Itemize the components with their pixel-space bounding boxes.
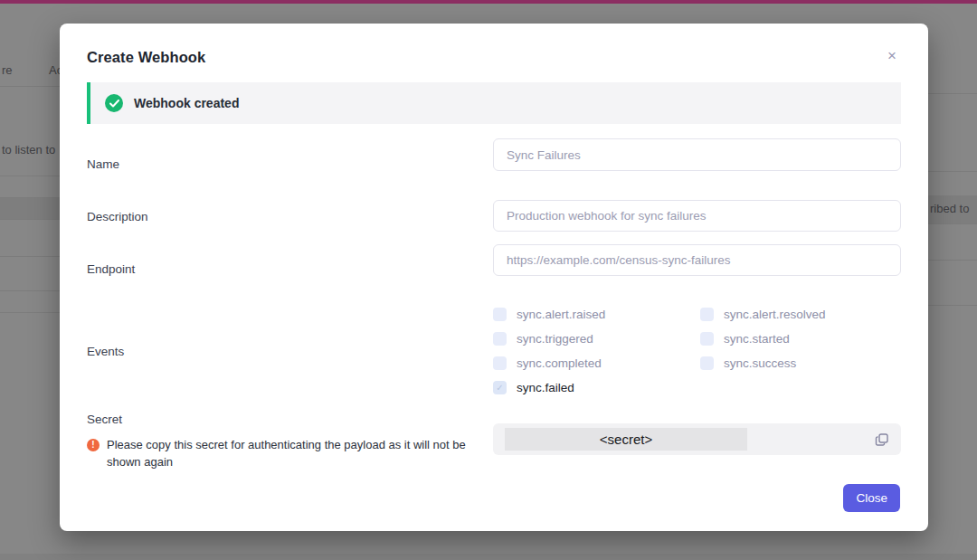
event-option-label: sync.alert.resolved	[724, 308, 826, 321]
endpoint-label: Endpoint	[87, 262, 135, 276]
events-label: Events	[87, 345, 124, 358]
description-label: Description	[87, 210, 148, 223]
secret-warning-text: Please copy this secret for authenticati…	[107, 436, 478, 470]
event-option-label: sync.completed	[517, 356, 602, 370]
endpoint-input[interactable]	[493, 244, 901, 276]
checkbox-icon[interactable]: ✓	[700, 356, 714, 370]
background-divider	[928, 93, 977, 94]
background-divider	[928, 305, 977, 306]
background-divider	[0, 176, 60, 176]
background-hint-partial: to listen to	[2, 143, 55, 157]
modal-title: Create Webhook	[87, 49, 205, 66]
success-check-icon	[105, 94, 123, 112]
copy-icon[interactable]	[870, 428, 894, 451]
event-option[interactable]: ✓ sync.success	[700, 356, 901, 370]
screen: re Ac to listen to ribed to Create Webho…	[0, 0, 977, 560]
event-option[interactable]: ✓ sync.completed	[493, 356, 700, 370]
event-option[interactable]: ✓ sync.alert.raised	[493, 308, 700, 321]
background-divider	[0, 197, 60, 198]
background-hint-partial: ribed to	[930, 202, 969, 215]
background-divider	[928, 171, 977, 172]
close-button[interactable]: Close	[843, 484, 900, 512]
name-label: Name	[87, 157, 119, 171]
background-divider	[0, 256, 60, 257]
events-checkbox-grid: ✓ sync.alert.raised ✓ sync.alert.resolve…	[493, 302, 901, 400]
close-icon[interactable]: ×	[881, 45, 903, 67]
background-divider	[0, 312, 60, 313]
event-option[interactable]: ✓ sync.failed	[493, 381, 700, 394]
success-banner: Webhook created	[87, 82, 901, 124]
success-banner-message: Webhook created	[134, 96, 239, 110]
background-divider	[928, 260, 977, 261]
secret-value: <secret>	[505, 428, 747, 451]
create-webhook-modal: Create Webhook × Webhook created Name De…	[60, 24, 928, 531]
checkbox-icon[interactable]: ✓	[493, 381, 507, 394]
warning-icon: !	[87, 439, 100, 451]
background-bottom-strip	[0, 554, 977, 560]
event-option[interactable]: ✓ sync.started	[700, 332, 901, 346]
event-option-label: sync.started	[724, 332, 790, 346]
event-option[interactable]: ✓ sync.triggered	[493, 332, 700, 346]
checkbox-icon[interactable]: ✓	[700, 308, 714, 321]
background-divider	[0, 290, 60, 291]
event-option-label: sync.alert.raised	[517, 308, 605, 321]
background-top-accent-bar	[0, 0, 977, 4]
event-option-label: sync.success	[724, 356, 796, 370]
event-option-label: sync.triggered	[517, 332, 593, 346]
secret-field: <secret>	[493, 423, 901, 455]
background-table-row-highlight	[0, 197, 60, 219]
checkbox-icon[interactable]: ✓	[493, 308, 507, 321]
name-input[interactable]	[493, 138, 901, 171]
description-input[interactable]	[493, 200, 901, 232]
event-option-label: sync.failed	[517, 381, 574, 394]
event-option[interactable]: ✓ sync.alert.resolved	[700, 308, 901, 321]
background-tab-partial: re	[2, 63, 13, 77]
checkbox-icon[interactable]: ✓	[493, 356, 507, 370]
secret-label: Secret	[87, 413, 122, 426]
background-divider	[928, 223, 977, 224]
checkbox-icon[interactable]: ✓	[493, 332, 507, 346]
checkbox-icon[interactable]: ✓	[700, 332, 714, 346]
background-divider	[0, 86, 60, 87]
background-divider	[0, 219, 60, 220]
